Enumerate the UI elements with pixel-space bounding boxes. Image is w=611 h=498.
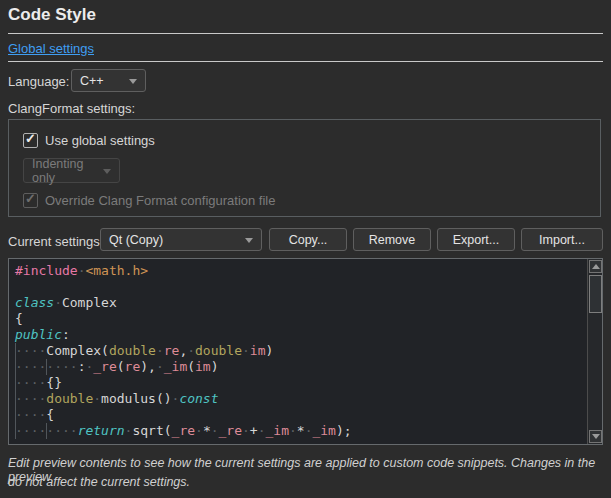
override-config-checkbox: ✓ Override Clang Format configuration fi… — [23, 193, 276, 208]
arrow-down-icon — [592, 434, 600, 439]
code-line — [15, 279, 586, 295]
code-line: ····double·modulus()·const — [15, 391, 586, 407]
code-line: ····{} — [15, 375, 586, 391]
import-button[interactable]: Import... — [521, 228, 603, 251]
clangformat-group-label: ClangFormat settings: — [8, 101, 135, 116]
scrollbar-thumb[interactable] — [589, 275, 602, 313]
code-line: class·Complex — [15, 295, 586, 311]
code-line: ····{ — [15, 407, 586, 423]
code-preview-editor[interactable]: #include·<math.h> class·Complex{public:·… — [8, 258, 603, 445]
chevron-down-icon — [103, 169, 111, 174]
code-line: ········:·_re(re),·_im(im) — [15, 359, 586, 375]
arrow-up-icon — [592, 264, 600, 269]
code-line: public: — [15, 327, 586, 343]
clangformat-mode-select: Indenting only — [23, 158, 120, 183]
code-line: ········return·sqrt(_re·*·_re·+·_im·*·_i… — [15, 423, 586, 439]
clangformat-mode-value: Indenting only — [32, 157, 97, 185]
checkbox-box: ✓ — [23, 133, 38, 148]
chevron-down-icon — [245, 238, 253, 243]
override-config-label: Override Clang Format configuration file — [45, 193, 276, 208]
copy-button[interactable]: Copy... — [269, 228, 347, 251]
use-global-settings-label: Use global settings — [45, 133, 155, 148]
checkbox-box: ✓ — [23, 193, 38, 208]
global-settings-link[interactable]: Global settings — [8, 41, 94, 56]
language-label: Language: — [8, 74, 69, 89]
scrollbar-down-button[interactable] — [589, 430, 602, 443]
chevron-down-icon — [129, 79, 137, 84]
code-content: #include·<math.h> class·Complex{public:·… — [15, 263, 586, 439]
checkmark-icon: ✓ — [25, 131, 36, 146]
language-selected-value: C++ — [80, 74, 104, 88]
code-line: { — [15, 311, 586, 327]
footer-note-line2: do not affect the current settings. — [8, 475, 605, 489]
remove-button[interactable]: Remove — [353, 228, 431, 251]
current-settings-label: Current settings: — [8, 234, 103, 249]
page-title: Code Style — [8, 5, 96, 25]
code-line: ····Complex(double·re,·double·im) — [15, 343, 586, 359]
separator — [8, 33, 603, 34]
code-line: #include·<math.h> — [15, 263, 586, 279]
language-select[interactable]: C++ — [71, 69, 146, 92]
use-global-settings-checkbox[interactable]: ✓ Use global settings — [23, 133, 155, 148]
export-button[interactable]: Export... — [437, 228, 515, 251]
clangformat-groupbox: ✓ Use global settings Indenting only ✓ O… — [8, 119, 601, 217]
code-style-settings-page: Code Style Global settings Language: C++… — [0, 0, 611, 498]
vertical-scrollbar[interactable] — [587, 259, 602, 444]
separator — [8, 61, 603, 62]
checkmark-icon: ✓ — [25, 191, 36, 206]
current-settings-value: Qt (Copy) — [109, 233, 163, 247]
scrollbar-up-button[interactable] — [589, 260, 602, 273]
current-settings-select[interactable]: Qt (Copy) — [100, 228, 262, 251]
